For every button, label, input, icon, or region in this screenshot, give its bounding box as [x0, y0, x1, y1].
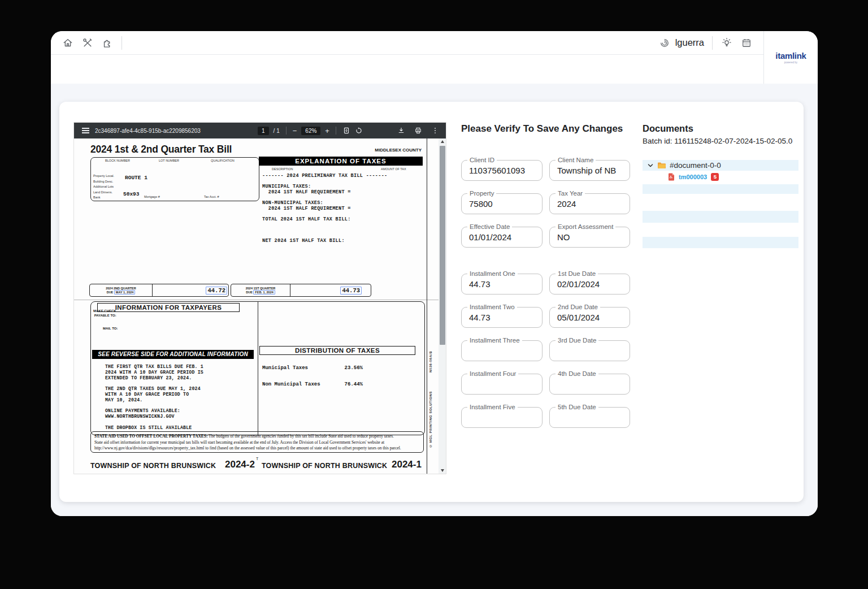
pdf-page: 2024 1st & 2nd Quarter Tax Bill MIDDLESE…: [74, 138, 439, 474]
rotate-icon[interactable]: [355, 127, 363, 135]
folder-name: #document-0-0: [670, 161, 721, 170]
export-assessment-field[interactable]: Export Assessment NO: [549, 227, 630, 248]
document-file-row[interactable]: tm000003 5: [643, 171, 798, 183]
installment-five-field[interactable]: Installment Five: [461, 407, 542, 428]
page-number-input[interactable]: 1: [258, 127, 269, 135]
zoom-in-button[interactable]: +: [325, 127, 329, 135]
pdf-toolbar: 2c346897-afe4-4c85-915b-ac2209856203 1 /…: [74, 123, 446, 138]
dist-row-non-municipal: Non Municipal Taxes76.44%: [262, 382, 363, 387]
field-label: Effective Date: [467, 223, 512, 230]
zoom-out-button[interactable]: −: [293, 127, 297, 135]
empty-row-stripe: [643, 211, 798, 223]
document-folder-row[interactable]: #document-0-0: [643, 160, 798, 171]
field-label: Property: [467, 190, 496, 197]
field-label: Installment Five: [467, 404, 518, 410]
file-count-badge: 5: [711, 173, 719, 181]
installment-one-field[interactable]: Installment One 44.73: [461, 274, 542, 294]
print-icon[interactable]: [414, 127, 422, 135]
property-row-labels: Property Local. Building Desc. Additiona…: [93, 174, 114, 201]
stub1-due-date-highlight[interactable]: MAY 1, 2024: [114, 290, 136, 294]
first-due-date-field[interactable]: 1st Due Date 02/01/2024: [549, 274, 630, 294]
stub-1st-quarter: 2024 1ST QUARTER DUE FEB. 1, 2024 44.73: [231, 284, 371, 297]
second-due-date-field[interactable]: 2nd Due Date 05/01/2024: [549, 307, 630, 328]
explanation-body: ------- 2024 PRELIMINARY TAX BILL ------…: [262, 174, 387, 244]
client-id-field[interactable]: Client ID 110375601093: [461, 160, 542, 181]
imprint-code-right: 2024-1: [392, 459, 422, 470]
calendar-button[interactable]: [741, 37, 752, 49]
stub2-amount-highlight[interactable]: 44.73: [340, 287, 362, 294]
document-tree: #document-0-0 tm000003 5: [643, 160, 798, 248]
tools-button[interactable]: [82, 37, 93, 49]
county-label: MIDDLESEX COUNTY: [375, 148, 422, 153]
info-for-taxpayers-title: INFORMATION FOR TAXPAYERS: [97, 303, 240, 312]
field-label: 1st Due Date: [555, 270, 598, 277]
reverse-side-banner: SEE REVERSE SIDE FOR ADDITIONAL INFORMAT…: [92, 350, 254, 359]
page-total: / 1: [274, 128, 280, 134]
lot-number-header: LOT NUMBER: [159, 159, 179, 162]
installment-two-field[interactable]: Installment Two 44.73: [461, 307, 542, 328]
app-header: lguerra itamlink powered by: [51, 31, 818, 84]
land-dimensions-value: 50x93: [123, 191, 140, 197]
user-menu[interactable]: lguerra: [675, 37, 704, 48]
download-icon[interactable]: [397, 127, 405, 135]
field-label: 3rd Due Date: [555, 337, 598, 344]
field-label: Tax Year: [555, 190, 585, 197]
header-divider: [121, 36, 122, 50]
field-label: 2nd Due Date: [555, 304, 600, 310]
description-label: DESCRIPTION: [272, 167, 293, 171]
mail-to-label: MAIL TO:: [103, 327, 118, 331]
batch-id: Batch id: 116115248-02-07-2024-15-02-05.…: [643, 137, 798, 145]
taxpayer-info-box: INFORMATION FOR TAXPAYERS MAKE CHECK PAY…: [90, 301, 425, 435]
taxpayer-notices: THE FIRST QTR TAX BILLS DUE FEB. 1 2024 …: [105, 364, 203, 431]
stub2-due-date-highlight[interactable]: FEB. 1, 2024: [253, 290, 275, 294]
tips-button[interactable]: [721, 37, 732, 49]
tear-strip-line: [427, 138, 427, 474]
printer-credit-vertical: © MGL PRINTING SOLUTIONS: [429, 379, 432, 448]
verify-form: Please Verify To Save Any Changes Client…: [461, 123, 632, 428]
pdf-menu-icon[interactable]: [82, 128, 89, 133]
scroll-down-arrow[interactable]: [439, 467, 446, 474]
integrations-button[interactable]: [102, 37, 113, 49]
header-divider-right: [712, 36, 713, 50]
client-name-field[interactable]: Client Name Township of NB: [549, 160, 630, 181]
puzzle-icon: [102, 37, 113, 49]
itamlink-logo: itamlink: [775, 51, 806, 60]
scroll-up-arrow[interactable]: [439, 138, 446, 145]
third-due-date-field[interactable]: 3rd Due Date: [549, 340, 630, 361]
more-options-icon[interactable]: [431, 127, 439, 135]
scrollbar-thumb[interactable]: [440, 146, 445, 345]
effective-date-field[interactable]: Effective Date 01/01/2024: [461, 227, 542, 248]
property-location-value: ROUTE 1: [125, 175, 147, 181]
imprint-township-left: TOWNSHIP OF NORTH BRUNSWICK: [90, 462, 216, 470]
logo-tagline: powered by: [784, 61, 797, 64]
pdf-scrollbar[interactable]: [439, 138, 446, 474]
fit-page-icon[interactable]: [342, 127, 350, 135]
stub-2nd-quarter: 2024 2ND QUARTER DUE MAY 1, 2024 44.72: [89, 284, 229, 297]
field-label: Installment One: [467, 270, 518, 277]
property-field[interactable]: Property 75800: [461, 193, 542, 214]
installment-three-field[interactable]: Installment Three: [461, 340, 542, 361]
documents-panel: Documents Batch id: 116115248-02-07-2024…: [643, 123, 798, 248]
amount-of-tax-label: AMOUNT OF TAX: [381, 167, 406, 171]
field-label: Installment Four: [467, 370, 518, 377]
block-number-header: BLOCK NUMBER: [105, 159, 130, 162]
installment-four-field[interactable]: Installment Four: [461, 374, 542, 395]
tax-year-field[interactable]: Tax Year 2024: [549, 193, 630, 214]
page-fold-line: [74, 300, 439, 300]
field-label: 5th Due Date: [555, 404, 598, 410]
qualification-header: QUALIFICATION: [211, 159, 235, 162]
tax-acct-label: Tax Acct. #: [204, 195, 219, 198]
lightbulb-icon: [721, 37, 732, 49]
dist-row-municipal: Municipal Taxes23.56%: [262, 365, 363, 371]
imprint-code-left: 2024-2: [225, 459, 255, 470]
empty-row-stripe: [643, 237, 798, 248]
distribution-of-taxes-title: DISTRIBUTION OF TAXES: [259, 346, 415, 355]
stub1-amount-highlight[interactable]: 44.72: [206, 287, 227, 294]
file-link[interactable]: tm000003: [679, 174, 707, 180]
fingerprint-icon: [659, 37, 670, 49]
form-number-vertical: N036-06A/B: [429, 337, 432, 373]
make-check-label: MAKE CHECK PAYABLE TO:: [93, 309, 116, 318]
fifth-due-date-field[interactable]: 5th Due Date: [549, 407, 630, 428]
fourth-due-date-field[interactable]: 4th Due Date: [549, 374, 630, 395]
home-button[interactable]: [62, 37, 73, 49]
